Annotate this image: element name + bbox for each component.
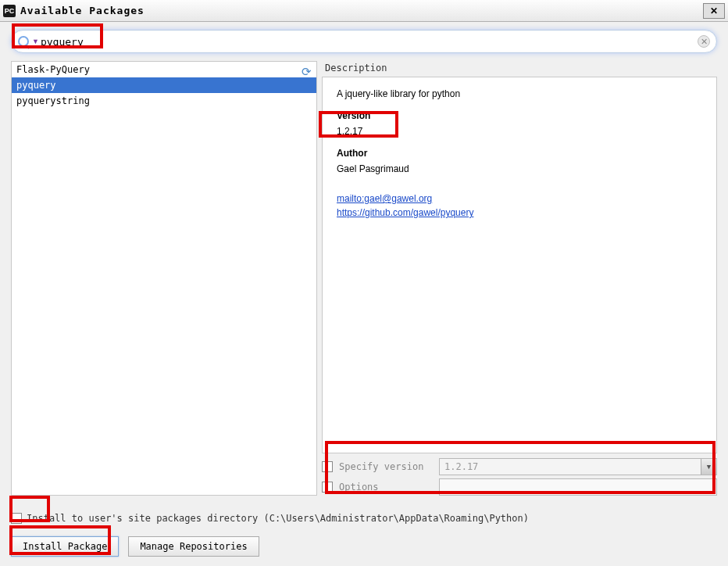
package-link[interactable]: https://github.com/gawel/pyquery: [337, 206, 702, 220]
chevron-down-icon: ▼: [701, 459, 716, 475]
close-icon: ✕: [710, 5, 718, 16]
detail-panel: Description A jquery-like library for py…: [322, 61, 717, 496]
options-checkbox[interactable]: [322, 482, 333, 493]
close-button[interactable]: ✕: [703, 3, 725, 19]
author-heading: Author: [337, 148, 702, 159]
options-label: Options: [339, 482, 433, 493]
version-heading: Version: [337, 110, 702, 121]
user-site-checkbox[interactable]: [11, 513, 22, 524]
refresh-icon[interactable]: ⟳: [299, 65, 313, 79]
list-item[interactable]: pyquery: [12, 77, 316, 93]
search-icon: [18, 36, 29, 47]
package-link[interactable]: mailto:gael@gawel.org: [337, 192, 702, 206]
list-item[interactable]: pyquerystring: [12, 93, 316, 109]
app-icon: PC: [3, 5, 16, 17]
title-bar: PC Available Packages ✕: [0, 0, 728, 22]
version-combobox-value: 1.2.17: [444, 461, 478, 472]
specify-version-checkbox[interactable]: [322, 461, 333, 472]
search-field-container: ▼ ✕: [11, 30, 717, 53]
description-box: A jquery-like library for python Version…: [322, 77, 717, 453]
description-section-label: Description: [322, 61, 717, 77]
list-item[interactable]: Flask-PyQuery: [12, 62, 316, 77]
close-icon: ✕: [701, 37, 708, 47]
install-package-button[interactable]: Install Package: [11, 536, 119, 557]
options-input[interactable]: [439, 478, 717, 496]
version-combobox[interactable]: 1.2.17 ▼: [439, 458, 717, 475]
manage-repositories-button[interactable]: Manage Repositories: [128, 536, 259, 557]
window-title: Available Packages: [20, 5, 703, 16]
dropdown-arrow-icon[interactable]: ▼: [32, 38, 39, 45]
package-list[interactable]: ⟳ Flask-PyQuery pyquery pyquerystring: [11, 61, 317, 496]
clear-search-button[interactable]: ✕: [698, 35, 710, 48]
user-site-label: Install to user's site packages director…: [27, 513, 529, 524]
package-author: Gael Pasgrimaud: [337, 163, 702, 174]
search-input[interactable]: [41, 36, 698, 48]
package-version: 1.2.17: [337, 126, 702, 137]
dialog-footer: Install to user's site packages director…: [0, 507, 728, 566]
package-summary: A jquery-like library for python: [337, 88, 702, 99]
specify-version-label: Specify version: [339, 461, 433, 472]
install-options: Specify version 1.2.17 ▼ Options: [322, 458, 717, 496]
